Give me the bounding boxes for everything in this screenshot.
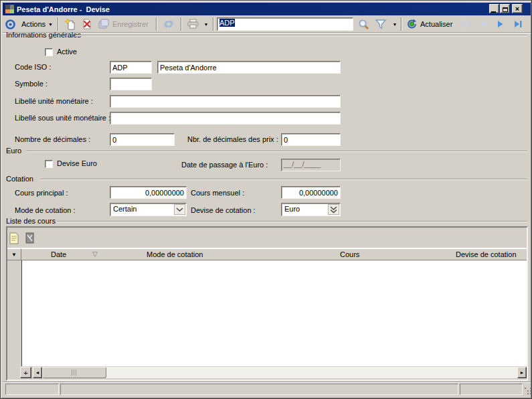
cours-principal-label: Cours principal :	[15, 189, 68, 197]
new-document-icon	[65, 19, 76, 30]
chevron-down-icon: ▼	[204, 22, 209, 27]
mode-cotation-value: Certain	[113, 205, 137, 213]
date-passage-label: Date de passage à l'Euro :	[181, 161, 268, 169]
column-header-cours[interactable]: Cours	[340, 250, 359, 258]
minimize-button[interactable]	[489, 4, 499, 13]
row-selector-arrow-icon: ▼	[11, 252, 17, 258]
filter-button[interactable]	[373, 17, 389, 31]
save-button[interactable]: Enregistrer	[96, 17, 151, 31]
mode-cotation-combo[interactable]: Certain	[110, 203, 187, 216]
devise-cotation-dropdown-button[interactable]	[328, 204, 339, 215]
minimize-icon	[491, 11, 496, 13]
date-passage-input: __/__/____	[281, 159, 341, 171]
grid-row-header-column	[7, 260, 22, 366]
refresh-button[interactable]	[159, 17, 178, 31]
column-header-date[interactable]: Date	[51, 250, 66, 258]
search-input[interactable]: ADP	[217, 17, 353, 31]
print-dropdown-button[interactable]: ▼	[201, 17, 211, 31]
status-panel-left	[5, 384, 59, 395]
devise-euro-checkbox[interactable]	[45, 160, 53, 168]
nav-previous-button[interactable]	[476, 17, 491, 31]
date-passage-mask: __/__/____	[284, 160, 321, 168]
libelle-sous-unite-input[interactable]	[110, 112, 341, 125]
nav-last-button[interactable]	[510, 17, 526, 31]
symbole-label: Symbole :	[15, 80, 48, 88]
status-panel-right	[460, 384, 523, 395]
designation-input[interactable]	[157, 61, 341, 74]
maximize-button[interactable]	[500, 4, 510, 13]
window-title: Peseta d'Andorre - Devise	[17, 5, 110, 13]
cours-grid: ▼ Date ▽ Mode de cotation Cours Devise d…	[6, 226, 528, 381]
search-button[interactable]	[356, 17, 371, 31]
nav-next-icon	[495, 19, 506, 29]
devise-cotation-label: Devise de cotation :	[191, 206, 256, 215]
actions-button[interactable]: Actions ▼	[19, 17, 55, 31]
record-indicator-icon	[5, 19, 16, 30]
symbole-input[interactable]	[110, 78, 152, 90]
toolbar-separator	[213, 17, 214, 31]
toolbar-separator	[401, 17, 402, 31]
grid-body[interactable]	[22, 260, 527, 366]
filter-dropdown-button[interactable]: ▼	[390, 17, 400, 31]
scroll-left-icon: ◄	[35, 370, 40, 375]
application-icon[interactable]	[5, 5, 14, 13]
grid-bottom-bar: + ◄ ►	[7, 366, 527, 380]
column-header-mode-cotation[interactable]: Mode de cotation	[147, 250, 203, 258]
double-chevron-down-icon	[330, 206, 337, 214]
nav-first-button[interactable]	[458, 17, 473, 31]
close-icon: ×	[515, 5, 519, 13]
actualiser-icon	[406, 19, 418, 29]
maximize-icon	[503, 7, 508, 12]
statusbar-top-divider	[3, 382, 531, 383]
column-header-devise-cotation[interactable]: Devise de cotation	[456, 250, 517, 258]
refresh-data-button[interactable]: Actualiser	[404, 17, 454, 31]
new-button[interactable]	[62, 17, 78, 31]
section-line-euro	[26, 151, 527, 152]
print-button[interactable]	[184, 17, 201, 31]
nb-decimales-prix-label: Nbr. de décimales des prix :	[187, 135, 278, 144]
section-label-euro: Euro	[6, 147, 21, 155]
close-button[interactable]: ×	[512, 4, 523, 13]
status-panel-middle	[60, 384, 458, 395]
grid-toolbar	[7, 228, 527, 248]
nb-decimales-prix-input[interactable]	[281, 133, 341, 146]
code-iso-label: Code ISO :	[15, 63, 51, 72]
horizontal-scrollbar[interactable]: ◄ ►	[33, 367, 527, 378]
toolbar-separator	[181, 17, 182, 31]
row-selector-header-cell[interactable]: ▼	[7, 248, 21, 260]
scroll-right-button[interactable]: ►	[517, 367, 527, 378]
nav-first-icon	[460, 19, 471, 29]
nav-next-button[interactable]	[493, 17, 508, 31]
cours-mensuel-label: Cours mensuel :	[191, 189, 244, 197]
nav-last-icon	[513, 19, 523, 29]
thumb-grip	[72, 370, 77, 376]
devise-cotation-combo[interactable]: Euro	[281, 203, 341, 216]
cours-mensuel-input[interactable]	[281, 186, 341, 199]
resize-grip[interactable]	[525, 388, 526, 389]
toolbar-bottom-divider	[3, 32, 531, 33]
active-label: Active	[57, 48, 77, 56]
save-icon	[98, 19, 110, 29]
libelle-unite-input[interactable]	[110, 95, 341, 108]
sort-indicator-icon[interactable]: ▽	[92, 250, 98, 258]
section-label-general: Informations générales	[6, 31, 81, 39]
scroll-left-button[interactable]: ◄	[33, 367, 42, 378]
refresh-icon	[163, 19, 175, 29]
nb-decimales-input[interactable]	[110, 133, 175, 146]
active-checkbox[interactable]	[45, 48, 53, 56]
mode-cotation-dropdown-button[interactable]	[174, 204, 185, 215]
nav-previous-icon	[478, 19, 489, 29]
actions-button-label: Actions	[21, 20, 46, 28]
add-row-button[interactable]: +	[20, 367, 31, 378]
cours-principal-input[interactable]	[110, 186, 187, 199]
code-iso-input[interactable]	[110, 61, 152, 74]
section-label-cotation: Cotation	[6, 175, 33, 183]
grid-delete-row-button[interactable]	[25, 230, 39, 246]
section-label-liste-cours: Liste des cours	[6, 217, 56, 226]
scrollbar-thumb[interactable]	[42, 367, 106, 378]
mode-cotation-label: Mode de cotation :	[15, 206, 76, 215]
delete-button[interactable]	[79, 17, 95, 31]
grid-new-row-button[interactable]	[9, 230, 23, 246]
title-bar[interactable]: Peseta d'Andorre - Devise	[3, 3, 531, 15]
save-button-label: Enregistrer	[112, 20, 149, 28]
